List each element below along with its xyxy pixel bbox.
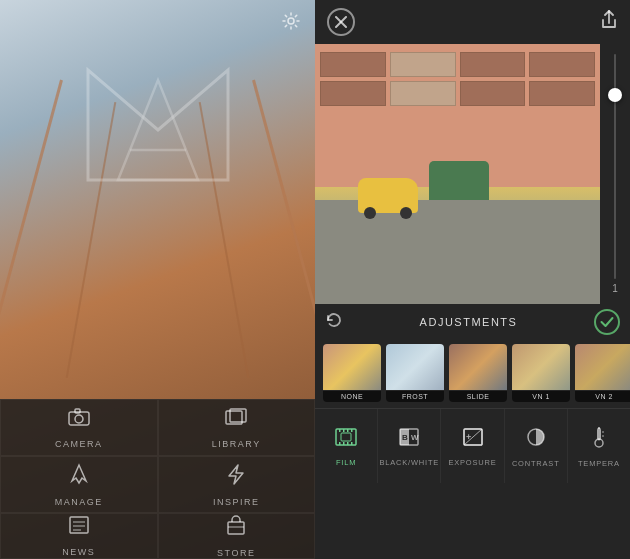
filter-strip: NONE FROST SLIDE VN 1 VN 2 FUN xyxy=(315,340,630,408)
svg-rect-26 xyxy=(341,433,351,441)
slider-thumb[interactable] xyxy=(608,88,622,102)
svg-text:B: B xyxy=(402,433,408,442)
filter-vn1-label: VN 1 xyxy=(512,391,570,402)
right-panel: 1 ADJUSTMENTS NONE FROST SLIDE xyxy=(315,0,630,559)
settings-icon[interactable] xyxy=(282,12,300,35)
svg-text:+: + xyxy=(466,432,471,442)
tool-exposure[interactable]: + EXPOSURE xyxy=(441,409,504,483)
window xyxy=(390,81,456,106)
window xyxy=(320,52,386,77)
svg-rect-23 xyxy=(343,442,345,445)
svg-rect-20 xyxy=(347,429,349,432)
photo-container xyxy=(315,44,600,304)
svg-rect-25 xyxy=(351,442,353,445)
tool-contrast[interactable]: CONTRAST xyxy=(505,409,568,483)
svg-rect-21 xyxy=(351,429,353,432)
store-icon xyxy=(225,514,247,542)
svg-rect-6 xyxy=(75,409,80,413)
slider-line xyxy=(614,54,616,279)
slider-value: 1 xyxy=(612,283,618,294)
filter-vn2-label: VN 2 xyxy=(575,391,630,402)
adjustment-slider[interactable]: 1 xyxy=(600,44,630,304)
nav-label-store: STORE xyxy=(217,548,255,558)
svg-rect-9 xyxy=(70,517,88,533)
window xyxy=(460,81,526,106)
filter-vn2[interactable]: VN 2 xyxy=(575,344,630,402)
close-button[interactable] xyxy=(327,8,355,36)
inspire-icon xyxy=(225,463,247,491)
svg-point-3 xyxy=(288,18,294,24)
nav-item-news[interactable]: NEWS xyxy=(0,513,158,559)
undo-button[interactable] xyxy=(325,311,343,334)
nav-item-camera[interactable]: CAMERA xyxy=(0,399,158,456)
window xyxy=(529,81,595,106)
action-row: ADJUSTMENTS xyxy=(315,304,630,340)
filter-frost[interactable]: FROST xyxy=(386,344,444,402)
nav-item-store[interactable]: STORE xyxy=(158,513,316,559)
car-wheel xyxy=(364,207,376,219)
share-button[interactable] xyxy=(600,10,618,35)
tool-film[interactable]: FILM xyxy=(315,409,378,483)
filter-none[interactable]: NONE xyxy=(323,344,381,402)
tool-bw[interactable]: B W BLACK/WHITE xyxy=(378,409,441,483)
svg-rect-19 xyxy=(343,429,345,432)
filter-slide-label: SLIDE xyxy=(449,391,507,402)
tool-film-label: FILM xyxy=(336,458,356,467)
adjustments-title: ADJUSTMENTS xyxy=(420,316,518,328)
app-logo xyxy=(78,50,238,190)
filter-frost-label: FROST xyxy=(386,391,444,402)
photo xyxy=(315,44,600,304)
ground xyxy=(315,200,600,304)
nav-item-inspire[interactable]: INSPIRE xyxy=(158,456,316,513)
filter-vn1-preview xyxy=(512,344,570,390)
svg-rect-13 xyxy=(228,522,244,534)
nav-label-inspire: INSPIRE xyxy=(213,497,260,507)
svg-text:W: W xyxy=(411,433,419,442)
nav-label-camera: CAMERA xyxy=(55,439,103,449)
window xyxy=(390,52,456,77)
filter-none-preview xyxy=(323,344,381,390)
bottom-toolbar: FILM B W BLACK/WHITE + xyxy=(315,408,630,483)
window xyxy=(529,52,595,77)
svg-rect-24 xyxy=(347,442,349,445)
nav-item-library[interactable]: LIBRARY xyxy=(158,399,316,456)
confirm-button[interactable] xyxy=(594,309,620,335)
film-icon xyxy=(334,426,358,454)
filter-slide-preview xyxy=(449,344,507,390)
tool-contrast-label: CONTRAST xyxy=(512,459,560,468)
yellow-car xyxy=(358,178,418,213)
filter-frost-preview xyxy=(386,344,444,390)
tool-bw-label: BLACK/WHITE xyxy=(379,458,439,467)
svg-rect-22 xyxy=(339,442,341,445)
top-bar xyxy=(315,0,630,44)
manage-icon xyxy=(68,463,90,491)
window xyxy=(320,81,386,106)
filter-vn2-preview xyxy=(575,344,630,390)
left-panel: CAMERA LIBRARY MANAGE xyxy=(0,0,315,559)
library-icon xyxy=(224,407,248,433)
svg-rect-18 xyxy=(339,429,341,432)
temperature-icon xyxy=(588,425,610,455)
tool-temperature[interactable]: TEMPERA xyxy=(568,409,630,483)
filter-vn1[interactable]: VN 1 xyxy=(512,344,570,402)
filter-slide[interactable]: SLIDE xyxy=(449,344,507,402)
svg-point-5 xyxy=(75,415,83,423)
car-wheel xyxy=(400,207,412,219)
camera-icon xyxy=(67,407,91,433)
window xyxy=(460,52,526,77)
bw-icon: B W xyxy=(397,426,421,454)
exposure-icon: + xyxy=(461,426,485,454)
svg-marker-0 xyxy=(88,70,228,180)
left-bottom-nav: CAMERA LIBRARY MANAGE xyxy=(0,399,315,559)
tool-exposure-label: EXPOSURE xyxy=(448,458,496,467)
image-area: 1 xyxy=(315,44,630,304)
nav-label-library: LIBRARY xyxy=(212,439,261,449)
nav-label-manage: MANAGE xyxy=(55,497,103,507)
tool-temperature-label: TEMPERA xyxy=(578,459,620,468)
nav-label-news: NEWS xyxy=(62,547,95,557)
news-icon xyxy=(68,515,90,541)
nav-item-manage[interactable]: MANAGE xyxy=(0,456,158,513)
contrast-icon xyxy=(524,425,548,455)
building-windows xyxy=(320,52,595,106)
filter-none-label: NONE xyxy=(323,391,381,402)
